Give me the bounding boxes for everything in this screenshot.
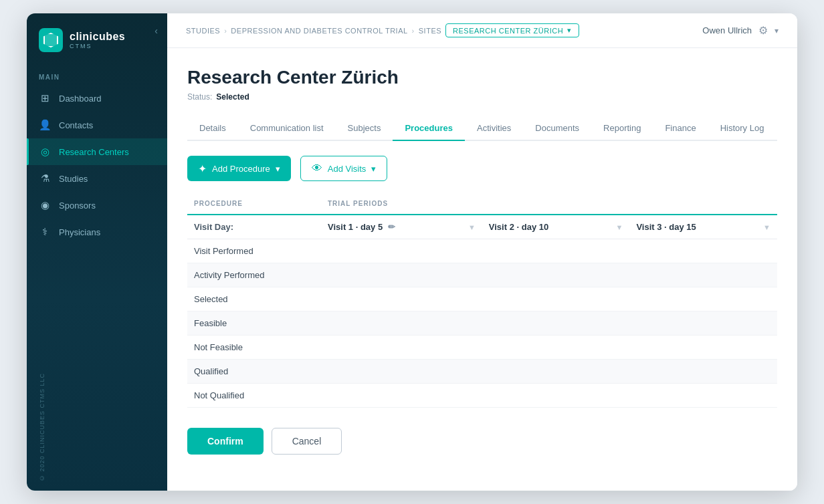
visit-3-filter-icon[interactable]: ▼: [763, 223, 770, 231]
col-trial-label: TRIAL PERIODS: [328, 200, 388, 207]
sidebar-item-physicians[interactable]: ⚕ Physicians: [27, 219, 167, 245]
table-row: Not Qualified: [187, 384, 777, 408]
tab-procedures[interactable]: Procedures: [393, 116, 465, 141]
visit-2-filter-icon[interactable]: ▼: [616, 223, 623, 231]
table-row: Feasible: [187, 311, 777, 336]
status-label: Status:: [187, 92, 212, 102]
breadcrumb-current-site[interactable]: RESEARCH CENTER ZÜRICH ▾: [445, 23, 579, 37]
tab-reporting[interactable]: Reporting: [591, 116, 653, 141]
add-visits-icon: 👁: [312, 162, 322, 174]
col-procedure: PROCEDURE: [187, 196, 321, 215]
tab-documents[interactable]: Documents: [523, 116, 591, 141]
gear-icon[interactable]: ⚙: [758, 24, 768, 37]
procedure-label: Selected: [187, 287, 321, 311]
add-procedure-chevron: ▾: [276, 164, 280, 174]
sidebar-collapse-icon[interactable]: ‹: [154, 25, 158, 36]
visit-2-data: [482, 239, 630, 263]
action-row: ✦ Add Procedure ▾ 👁 Add Visits ▾: [187, 156, 777, 181]
visit-3-data: [629, 287, 777, 311]
visit-3-data: [629, 336, 777, 360]
visit-3-data: [629, 311, 777, 336]
page-title: Research Center Zürich: [187, 67, 777, 88]
user-name: Owen Ullrich: [702, 25, 752, 35]
breadcrumb-sep-1: ›: [224, 27, 227, 35]
user-menu-chevron-icon[interactable]: ▾: [775, 26, 779, 35]
breadcrumb-sep-2: ›: [412, 27, 415, 35]
contacts-icon: 👤: [39, 119, 51, 131]
main-area: STUDIES › DEPRESSION AND DIABETES CONTRO…: [167, 13, 797, 491]
breadcrumb-sites[interactable]: SITES: [419, 27, 441, 35]
sidebar-footer: © 2020 CLINICUBES CTMS LLC: [27, 364, 167, 491]
studies-icon: ⚗: [39, 172, 51, 184]
sidebar-item-contacts[interactable]: 👤 Contacts: [27, 112, 167, 138]
add-procedure-button[interactable]: ✦ Add Procedure ▾: [187, 156, 291, 181]
dashboard-icon: ⊞: [39, 92, 51, 104]
visit-2-data: [482, 384, 630, 408]
visit-3-cell: Visit 3 · day 15 ▼: [629, 215, 777, 239]
sidebar-item-label: Research Centers: [59, 147, 129, 157]
visit-day-row: Visit Day: Visit 1 · day 5 ✏ ▼ Visit 2: [187, 215, 777, 239]
logo-icon: [39, 28, 63, 52]
logo-sub: CTMS: [70, 43, 125, 49]
tabs: Details Communication list Subjects Proc…: [187, 116, 777, 141]
breadcrumb-trial[interactable]: DEPRESSION AND DIABETES CONTROL TRIAL: [231, 27, 407, 35]
visit-1-data: [321, 360, 482, 384]
confirm-button[interactable]: Confirm: [187, 428, 264, 455]
col-trial: TRIAL PERIODS: [321, 196, 777, 215]
visit-2-data: [482, 287, 630, 311]
visit-2-data: [482, 263, 630, 287]
logo: clinicubes CTMS: [27, 13, 167, 64]
visit-1-data: [321, 311, 482, 336]
add-visits-button[interactable]: 👁 Add Visits ▾: [300, 156, 388, 181]
sidebar-item-label: Studies: [59, 174, 88, 184]
breadcrumb: STUDIES › DEPRESSION AND DIABETES CONTRO…: [186, 23, 579, 37]
research-centers-icon: ◎: [39, 146, 51, 158]
tab-communication-list[interactable]: Communication list: [238, 116, 336, 141]
status-row: Status: Selected: [187, 92, 777, 102]
visit-1-data: [321, 239, 482, 263]
tab-finance[interactable]: Finance: [653, 116, 708, 141]
procedure-label: Not Feasible: [187, 336, 321, 360]
tab-history-log[interactable]: History Log: [708, 116, 777, 141]
add-procedure-icon: ✦: [198, 162, 207, 175]
visit-2-data: [482, 360, 630, 384]
current-site-label: RESEARCH CENTER ZÜRICH: [453, 27, 563, 35]
cancel-button[interactable]: Cancel: [272, 428, 342, 455]
visit-1-edit-icon[interactable]: ✏: [388, 222, 395, 232]
visit-2-label: Visit 2 · day 10: [489, 222, 548, 232]
sidebar: clinicubes CTMS ‹ MAIN ⊞ Dashboard 👤 Con…: [27, 13, 167, 491]
physicians-icon: ⚕: [39, 226, 51, 238]
table-row: Activity Performed: [187, 263, 777, 287]
tab-details[interactable]: Details: [187, 116, 238, 141]
visit-3-data: [629, 360, 777, 384]
tab-subjects[interactable]: Subjects: [336, 116, 393, 141]
visit-3-label: Visit 3 · day 15: [636, 222, 696, 232]
sidebar-item-studies[interactable]: ⚗ Studies: [27, 165, 167, 192]
sidebar-item-label: Physicians: [59, 227, 100, 237]
visit-3-data: [629, 263, 777, 287]
sidebar-item-label: Contacts: [59, 120, 93, 130]
topnav: STUDIES › DEPRESSION AND DIABETES CONTRO…: [167, 13, 797, 48]
table-row: Visit Performed: [187, 239, 777, 263]
status-value: Selected: [216, 92, 249, 102]
visit-2-cell: Visit 2 · day 10 ▼: [482, 215, 630, 239]
tab-activities[interactable]: Activities: [465, 116, 523, 141]
visit-1-label: Visit 1 · day 5: [328, 222, 383, 232]
sidebar-item-label: Sponsors: [59, 201, 96, 211]
table-row: Not Feasible: [187, 336, 777, 360]
sidebar-item-dashboard[interactable]: ⊞ Dashboard: [27, 85, 167, 112]
visit-1-data: [321, 384, 482, 408]
visit-1-filter-icon[interactable]: ▼: [468, 223, 476, 231]
visit-3-data: [629, 239, 777, 263]
sidebar-item-sponsors[interactable]: ◉ Sponsors: [27, 192, 167, 219]
action-buttons: Confirm Cancel: [187, 428, 777, 455]
page-content: Research Center Zürich Status: Selected …: [167, 48, 797, 491]
visit-1-data: [321, 336, 482, 360]
table-row: Selected: [187, 287, 777, 311]
visit-2-data: [482, 311, 630, 336]
sidebar-section: MAIN: [27, 64, 167, 85]
sidebar-item-label: Dashboard: [59, 94, 102, 104]
breadcrumb-studies[interactable]: STUDIES: [186, 27, 220, 35]
sidebar-item-research-centers[interactable]: ◎ Research Centers: [27, 138, 167, 165]
visit-2-data: [482, 336, 630, 360]
